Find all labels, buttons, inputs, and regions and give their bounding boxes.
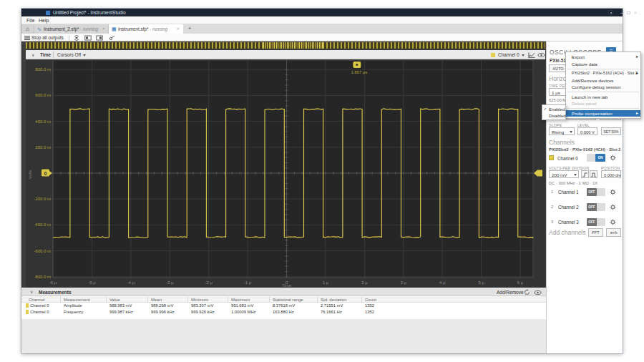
cell-maximum: 1.00009 MHz [231,310,255,314]
graph-header: ∨ Time Cursors Off Channel 0 [26,50,545,59]
x-tick-label: -5 μ [88,280,96,285]
y-tick-label: -600.0 m [34,249,51,253]
menu-help[interactable]: Help [39,18,49,23]
tab-home[interactable]: ⌂ [21,24,34,34]
channel-toggle[interactable]: OFF [587,188,605,196]
chevron-down-icon [522,54,525,57]
submenu-arrow-icon: ▸ [636,54,638,61]
x-tick-label: 6 μ [517,280,524,285]
eye-icon[interactable] [534,290,542,295]
add-remove-measurements-button[interactable]: Add/Remove [497,290,524,295]
position-input[interactable]: 0.000 div [601,170,621,178]
title-bar: Untitled Project* - InstrumentStudio – × [21,9,623,16]
scope-plot[interactable]: -6 μ-5 μ-4 μ-3 μ-2 μ-1 μ01 μ2 μ3 μ4 μ5 μ… [26,60,545,288]
app-icon [46,11,50,15]
grid-panel-icon: ▦ [112,26,117,32]
close-tab-icon[interactable]: × [177,26,180,31]
x-tick-label: -3 μ [166,280,174,285]
channel0-gear-icon[interactable] [610,155,616,161]
row-channel-color [26,303,29,308]
column-header-count[interactable]: Count [365,298,376,302]
submenu-item-enabled[interactable]: ✓Enabled [542,106,565,112]
table-row[interactable]: Channel 0Amplitude988.983 mV988.298 mV98… [21,303,546,309]
add-math-button[interactable]: a+b [606,228,621,237]
feedback-icon[interactable] [608,10,613,15]
menu-item-launch-in-new-tab[interactable]: Launch in new tab [566,94,640,101]
table-row[interactable]: Channel 0Frequency999.987 kHz999.996 kHz… [21,309,546,315]
column-header-statistical-range[interactable]: Statistical range [273,298,303,302]
trigger-level-marker[interactable] [534,170,542,177]
cursors-dropdown[interactable]: Cursors Off [57,52,86,57]
tab-instrument-active[interactable]: ▦ Instrument.sfp* - running × [109,24,183,34]
column-header-maximum[interactable]: Maximum [231,298,250,302]
menu-item-export[interactable]: Export▸ [566,54,640,61]
channel-gear-icon[interactable] [610,219,616,225]
volts-per-division-dropdown[interactable]: 200 mV [549,170,579,178]
chevron-down-icon [83,54,86,57]
cell-measurement: Amplitude [64,303,82,308]
svg-text:0: 0 [44,171,47,176]
cell-mean: 999.996 kHz [151,310,175,314]
close-button[interactable]: × [631,9,640,16]
instrument-card-icon[interactable] [84,35,92,41]
waveform-graph[interactable]: -6 μ-5 μ-4 μ-3 μ-2 μ-1 μ01 μ2 μ3 μ4 μ5 μ… [26,60,545,288]
menu-bar: File Help [21,16,623,24]
menu-item-pxi2slot2-pxie-5162-4ch-slot-2[interactable]: PXI2Slot2 · PXIe-5162 (4CH) · Slot 2▸ [566,70,640,77]
rearrange-icon[interactable] [73,35,80,41]
channel-color-swatch [491,53,495,57]
graph-settings-icon[interactable] [528,52,535,58]
cell-std-deviation: 76.1661 Hz [321,310,342,314]
column-header-channel[interactable]: Channel [29,298,44,302]
new-tab-button[interactable]: + [186,25,193,31]
channel-gear-icon[interactable] [610,204,616,210]
set-50-button[interactable]: SET 50% [601,127,621,135]
reset-statistics-icon[interactable] [524,289,530,295]
window-title: Untitled Project* - InstrumentStudio [53,10,126,15]
add-fft-button[interactable]: FFT [588,228,603,237]
level-input[interactable]: 0.000 V [577,127,597,135]
stop-all-outputs-button[interactable]: Stop all outputs [31,35,64,40]
menu-item-probe-compensation[interactable]: Probe compensation▸ [566,110,640,117]
slope-dropdown[interactable]: Rising [549,127,575,135]
panel-list-icon[interactable] [24,35,31,41]
channel-gear-icon[interactable] [610,189,616,195]
tab-instrument-2[interactable]: ∿ Instrument_2.sfp* - running × [34,24,109,34]
eye-icon[interactable] [537,52,545,58]
probe-icon[interactable] [109,35,116,41]
x-tick-label: -4 μ [127,280,135,285]
x-tick-label: -1 μ [244,280,252,285]
table-empty-area [21,315,546,319]
channel0-toggle[interactable]: ON [587,154,605,162]
ground-reference-marker[interactable]: 0 [42,170,52,177]
menu-item-capture-data[interactable]: Capture data [566,61,640,68]
collapse-graph-icon[interactable]: ∨ [31,52,34,57]
column-header-minimum[interactable]: Minimum [191,298,208,302]
column-header-value[interactable]: Value [109,298,120,302]
channel-label: Channel 3 [558,220,579,225]
channel-number: 2 [551,205,553,209]
menu-file[interactable]: File [26,18,34,23]
submenu-item-disabled[interactable]: Disabled [542,112,565,119]
channel-toggle[interactable]: OFF [587,218,605,226]
panel-context-menu: Export▸Capture dataPXI2Slot2 · PXIe-5162… [565,52,641,119]
collapse-measurements-icon[interactable]: ∨ [30,289,33,294]
channel-dropdown[interactable]: Channel 0 [498,52,525,57]
coupling-pulse-button[interactable] [590,170,597,178]
record-minimap[interactable] [26,41,545,49]
menu-item-add-remove-devices[interactable]: Add/Remove devices [566,77,640,84]
y-tick-label: 600.0 m [35,93,51,97]
instrument-rack-icon[interactable] [96,35,103,41]
row-channel-color [26,310,29,314]
cell-channel: Channel 0 [30,303,49,308]
coupling-edge-button[interactable] [581,170,589,178]
channel-label: Channel 2 [558,205,579,210]
close-tab-icon[interactable]: × [102,26,105,31]
channel-toggle[interactable]: OFF [587,203,605,211]
column-header-measurement[interactable]: Measurement [64,298,90,302]
column-header-std-deviation[interactable]: Std. deviation [321,298,346,302]
column-header-mean[interactable]: Mean [151,298,162,302]
measurements-header: ∨ Measurements Add/Remove [21,288,546,296]
menu-item-configure-debug-session[interactable]: Configure debug session [566,84,640,91]
check-icon: ✓ [544,106,547,112]
channel0-color-swatch [549,155,554,160]
